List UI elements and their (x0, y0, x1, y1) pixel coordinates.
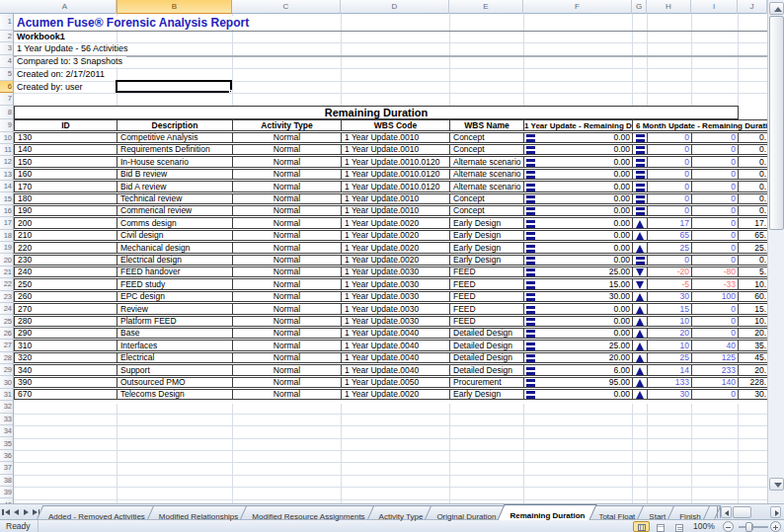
previous-sheet-button[interactable] (12, 506, 20, 518)
cell-year-remaining[interactable]: 25.00 (523, 340, 633, 351)
cell-description[interactable]: Support (117, 364, 233, 376)
cell-trend-icon[interactable] (632, 205, 648, 217)
tab-remaining-duration[interactable]: Remaining Duration (501, 504, 593, 520)
row-header-7[interactable]: 7 (0, 93, 14, 106)
cell-sm-change[interactable]: 0 (647, 169, 692, 181)
cell-description[interactable]: Bid A review (117, 181, 233, 192)
scroll-up-button[interactable] (769, 2, 784, 15)
zoom-in-button[interactable] (770, 521, 781, 532)
cell-sm-change[interactable]: 65 (647, 230, 692, 242)
cell-description[interactable]: Platform FEED (117, 316, 233, 328)
cell-sm-change-pct[interactable]: -33 (691, 278, 739, 290)
cell-wbs-code[interactable]: 1 Year Update.0020 (341, 389, 450, 401)
cell-description[interactable]: Comms design (117, 217, 233, 229)
cell-description[interactable]: Technical review (117, 193, 233, 205)
cell-wbs-name[interactable]: Early Design (449, 255, 524, 266)
row-header-10[interactable]: 10 (0, 132, 14, 144)
cell-wbs-code[interactable]: 1 Year Update.0010 (341, 144, 450, 156)
cell-id[interactable]: 270 (14, 303, 118, 315)
year-update-group-header[interactable]: 1 Year Update - Remaining Duration (523, 119, 633, 131)
cell-wbs-code[interactable]: 1 Year Update.0030 (341, 303, 450, 315)
cell-id[interactable]: 190 (14, 205, 118, 217)
cell-wbs-code[interactable]: 1 Year Update.0030 (341, 278, 450, 290)
cell-year-remaining[interactable]: 25.00 (523, 266, 633, 278)
cell-activity-type[interactable]: Normal (232, 181, 342, 192)
cell-activity-type[interactable]: Normal (232, 217, 342, 229)
cell-sm-remaining[interactable]: 0. (738, 205, 767, 217)
cell-sm-change-pct[interactable]: 0 (691, 316, 739, 328)
scroll-left-button[interactable] (721, 506, 732, 518)
cell-id[interactable]: 200 (14, 217, 118, 229)
cell-year-remaining[interactable]: 15.00 (523, 278, 633, 290)
cell-trend-icon[interactable] (632, 132, 648, 144)
cell-sm-change-pct[interactable]: 0 (691, 169, 739, 181)
cell-sm-remaining[interactable]: 0. (738, 255, 767, 266)
page-layout-view-button[interactable] (652, 521, 668, 532)
cell-id[interactable]: 180 (14, 193, 118, 205)
row-header-29[interactable]: 29 (0, 364, 14, 376)
cell-activity-type[interactable]: Normal (232, 316, 342, 328)
row-header-35[interactable]: 35 (0, 438, 14, 450)
row-header-32[interactable]: 32 (0, 401, 14, 413)
cell-sm-change[interactable]: 30 (647, 291, 692, 303)
cell-activity-type[interactable]: Normal (232, 169, 342, 181)
cell-activity-type[interactable]: Normal (232, 230, 342, 242)
cell-activity-type[interactable]: Normal (232, 278, 342, 290)
cell-description[interactable]: Mechanical design (117, 242, 233, 254)
row-header-9[interactable]: 9 (0, 119, 14, 132)
sheet-grid[interactable]: Acumen Fuse® Forensic Analysis ReportWor… (14, 14, 767, 503)
cell-activity-type[interactable]: Normal (232, 242, 342, 254)
column-header-wbs-name[interactable]: WBS Name (449, 119, 524, 131)
cell-id[interactable]: 310 (14, 340, 118, 351)
cell-trend-icon[interactable] (632, 278, 648, 290)
row-header-37[interactable]: 37 (0, 462, 14, 474)
row-header-14[interactable]: 14 (0, 181, 14, 192)
cell-wbs-code[interactable]: 1 Year Update.0030 (341, 316, 450, 328)
cell-sm-change[interactable]: 25 (647, 242, 692, 254)
tab-activity-type[interactable]: Activity Type (370, 505, 432, 520)
info-row-4[interactable]: Compared to: 3 Snapshots (17, 56, 126, 67)
cell-sm-change[interactable]: 17 (647, 217, 692, 229)
cell-trend-icon[interactable] (632, 156, 648, 168)
tab-added-removed-activities[interactable]: Added - Removed Activities (39, 505, 154, 520)
cell-sm-change[interactable]: 15 (647, 303, 692, 315)
cell-activity-type[interactable]: Normal (232, 144, 342, 156)
cell-sm-change-pct[interactable]: 0 (691, 389, 739, 401)
cell-year-remaining[interactable]: 20.00 (523, 352, 633, 364)
row-header-26[interactable]: 26 (0, 328, 14, 340)
row-header-1[interactable]: 1 (0, 14, 14, 31)
cell-sm-change-pct[interactable]: 0 (691, 156, 739, 168)
row-header-2[interactable]: 2 (0, 31, 14, 43)
vertical-scrollbar[interactable] (767, 0, 784, 503)
cell-year-remaining[interactable]: 0.00 (523, 181, 633, 192)
cell-year-remaining[interactable]: 0.00 (523, 316, 633, 328)
cell-activity-type[interactable]: Normal (232, 156, 342, 168)
cell-sm-change-pct[interactable]: 0 (691, 242, 739, 254)
cell-sm-remaining[interactable]: 60. (738, 291, 767, 303)
cell-wbs-name[interactable]: Early Design (449, 230, 524, 242)
cell-wbs-name[interactable]: FEED (449, 291, 524, 303)
cell-sm-change-pct[interactable]: 125 (691, 352, 739, 364)
cell-year-remaining[interactable]: 0.00 (523, 303, 633, 315)
cell-description[interactable]: Commerical review (117, 205, 233, 217)
cell-trend-icon[interactable] (632, 340, 648, 351)
cell-wbs-name[interactable]: Alternate scenario (449, 181, 524, 192)
cell-description[interactable]: Electrical (117, 352, 233, 364)
cell-description[interactable]: Requirements Definition (117, 144, 233, 156)
cell-id[interactable]: 150 (14, 156, 118, 168)
row-header-36[interactable]: 36 (0, 450, 14, 462)
row-header-3[interactable]: 3 (0, 42, 14, 55)
cell-sm-remaining[interactable]: 35. (738, 340, 767, 351)
cell-trend-icon[interactable] (632, 328, 648, 340)
cell-description[interactable]: Review (117, 303, 233, 315)
row-header-4[interactable]: 4 (0, 55, 14, 68)
cell-activity-type[interactable]: Normal (232, 328, 342, 340)
cell-sm-change[interactable]: 0 (647, 132, 692, 144)
row-header-20[interactable]: 20 (0, 255, 14, 266)
cell-sm-change[interactable]: 14 (647, 364, 692, 376)
cell-wbs-name[interactable]: Detailed Design (449, 340, 524, 351)
fill-handle[interactable] (229, 90, 232, 93)
cell-wbs-code[interactable]: 1 Year Update.0040 (341, 352, 450, 364)
row-header-18[interactable]: 18 (0, 230, 14, 242)
cell-sm-change[interactable]: 25 (647, 352, 692, 364)
